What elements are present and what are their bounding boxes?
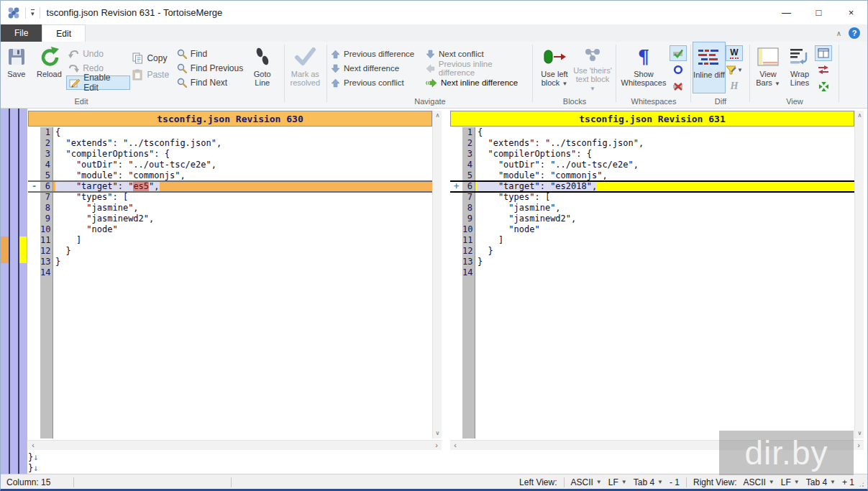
next-inline-difference-button[interactable]: Next inline difference xyxy=(424,75,531,90)
left-horizontal-scrollbar[interactable]: ‹ › xyxy=(28,440,442,450)
right-code-line-8[interactable]: 8 "jasmine", xyxy=(450,203,854,214)
right-code-line-7[interactable]: 7 "types": [ xyxy=(450,192,854,203)
scroll-down-icon[interactable]: ∨ xyxy=(855,428,864,439)
scroll-down-icon[interactable]: ∨ xyxy=(433,428,442,439)
scroll-left-icon[interactable]: ‹ xyxy=(28,441,38,451)
locator-removed-block[interactable] xyxy=(1,237,9,263)
goto-line-button[interactable]: Goto Line xyxy=(246,42,279,93)
right-code-line-9[interactable]: 9 "jasminewd2", xyxy=(450,214,854,224)
left-view-eol[interactable]: LF▼ xyxy=(608,477,627,487)
find-button[interactable]: Find xyxy=(175,47,246,61)
next-conflict-button[interactable]: Next conflict xyxy=(424,47,531,61)
use-left-block-button[interactable]: Use left block ▼ xyxy=(536,42,572,93)
tab-edit[interactable]: Edit xyxy=(42,24,86,42)
left-code-line-13[interactable]: 13} xyxy=(28,257,432,267)
right-code-line-13[interactable]: 13} xyxy=(450,257,854,267)
tab-file[interactable]: File xyxy=(1,24,42,42)
enable-edit-button[interactable]: Enable Edit xyxy=(66,75,130,90)
left-code-line-12[interactable]: 12 } xyxy=(28,246,432,257)
scroll-right-icon[interactable]: › xyxy=(431,441,442,451)
line-number: 4 xyxy=(462,160,475,170)
left-view-encoding[interactable]: ASCII▼ xyxy=(571,477,602,487)
use-theirs-text-block-button[interactable]: Use 'theirs' text block ▼ xyxy=(572,42,613,93)
scroll-up-icon[interactable]: ∧ xyxy=(855,111,864,121)
wrap-lines-button[interactable]: Wrap Lines xyxy=(785,42,815,93)
compare-whitespaces-button[interactable] xyxy=(670,45,687,61)
quick-access-dropdown-icon[interactable]: ▾ xyxy=(31,9,35,17)
right-view-tab-mode[interactable]: Tab 4▼ xyxy=(806,477,836,487)
view-bars-button[interactable]: View Bars ▼ xyxy=(751,42,785,93)
previous-inline-difference-button[interactable]: Previous inline difference xyxy=(424,61,531,75)
save-button[interactable]: Save xyxy=(1,42,32,93)
left-code-line-5[interactable]: 5 "module": "commonjs", xyxy=(28,170,432,181)
collapse-ribbon-icon[interactable]: ∧ xyxy=(836,29,841,37)
group-label-blocks: Blocks xyxy=(534,97,615,106)
previous-difference-button[interactable]: Previous difference xyxy=(329,47,424,61)
right-code-line-11[interactable]: 11 ] xyxy=(450,235,854,246)
left-view-tab-mode[interactable]: Tab 4▼ xyxy=(634,477,663,487)
regex-filter-button[interactable]: ▼ xyxy=(726,62,743,78)
right-code-line-4[interactable]: 4 "outDir": "../out-tsc/e2e", xyxy=(450,160,854,170)
right-code-line-14[interactable]: 14 xyxy=(450,267,854,278)
copy-button[interactable]: Copy xyxy=(130,50,174,66)
ignore-whitespace-changes-button[interactable] xyxy=(670,62,687,78)
word-diff-button[interactable]: W xyxy=(726,45,743,61)
inline-diff-button[interactable]: Inline diff xyxy=(693,42,726,93)
close-button[interactable]: × xyxy=(835,1,867,24)
right-view-eol[interactable]: LF▼ xyxy=(781,477,800,487)
left-code-line-1[interactable]: 1{ xyxy=(28,127,432,138)
right-vertical-scrollbar[interactable]: ∧ ∨ xyxy=(854,111,864,439)
locator-added-block[interactable] xyxy=(19,237,27,263)
left-code-line-3[interactable]: 3 "compilerOptions": { xyxy=(28,149,432,160)
right-code-line-12[interactable]: 12 } xyxy=(450,246,854,257)
right-code-line-5[interactable]: 5 "module": "commonjs", xyxy=(450,170,854,181)
line-number: 9 xyxy=(40,214,53,224)
scroll-up-icon[interactable]: ∧ xyxy=(433,111,442,121)
maximize-button[interactable]: □ xyxy=(803,1,835,24)
find-next-button[interactable]: Find Next xyxy=(175,75,246,90)
previous-conflict-button[interactable]: Previous conflict xyxy=(329,75,424,90)
arrow-right-green-icon xyxy=(426,78,437,88)
left-code-line-2[interactable]: 2 "extends": "../tsconfig.json", xyxy=(28,138,432,149)
left-code-line-8[interactable]: 8 "jasmine", xyxy=(28,203,432,214)
mark-as-resolved-button[interactable]: Mark as resolved xyxy=(285,42,326,93)
left-code-line-14[interactable]: 14 xyxy=(28,267,432,278)
scroll-left-icon[interactable]: ‹ xyxy=(450,441,460,451)
left-code-line-4[interactable]: 4 "outDir": "../out-tsc/e2e", xyxy=(28,160,432,170)
help-icon[interactable]: ? xyxy=(849,27,860,39)
left-code-line-7[interactable]: 7 "types": [ xyxy=(28,192,432,203)
save-icon xyxy=(7,45,26,68)
use-theirs-block-icon xyxy=(583,45,603,65)
right-code-line-3[interactable]: 3 "compilerOptions": { xyxy=(450,149,854,160)
left-vertical-scrollbar[interactable]: ∧ ∨ xyxy=(432,111,442,439)
diff-locator-bar[interactable] xyxy=(1,109,27,474)
show-whitespaces-button[interactable]: ¶ Show Whitespaces xyxy=(618,42,670,93)
left-code-line-6[interactable]: -6 "target": "es5", xyxy=(28,181,432,192)
scroll-right-icon[interactable]: › xyxy=(854,441,864,451)
reload-button[interactable]: Reload xyxy=(32,42,67,93)
right-code-area[interactable]: 1{2 "extends": "../tsconfig.json",3 "com… xyxy=(450,127,854,439)
diff-marker xyxy=(28,149,40,160)
next-difference-button[interactable]: Next difference xyxy=(329,61,424,75)
minimize-button[interactable]: — xyxy=(770,1,803,24)
right-code-line-6[interactable]: +6 "target": "es2018", xyxy=(450,181,854,192)
right-code-line-2[interactable]: 2 "extends": "../tsconfig.json", xyxy=(450,138,854,149)
undo-button[interactable]: Undo xyxy=(66,47,130,61)
left-code-line-10[interactable]: 10 "node" xyxy=(28,224,432,235)
right-code-line-10[interactable]: 10 "node" xyxy=(450,224,854,235)
right-view-encoding[interactable]: ASCII▼ xyxy=(744,477,775,487)
diff-marker xyxy=(28,203,40,214)
swap-arrows-icon xyxy=(818,65,829,74)
paste-button[interactable]: Paste xyxy=(130,66,174,83)
left-code-area[interactable]: 1{2 "extends": "../tsconfig.json",3 "com… xyxy=(28,127,432,439)
ignore-all-whitespaces-button[interactable] xyxy=(670,78,687,94)
left-code-line-9[interactable]: 9 "jasminewd2", xyxy=(28,214,432,224)
reload-icon xyxy=(38,45,60,68)
ignore-case-button[interactable]: H xyxy=(726,78,743,94)
right-code-line-1[interactable]: 1{ xyxy=(450,127,854,138)
find-previous-button[interactable]: Find Previous xyxy=(175,61,246,75)
split-view-button[interactable] xyxy=(815,45,832,61)
switch-views-button[interactable] xyxy=(815,62,832,78)
left-code-line-11[interactable]: 11 ] xyxy=(28,235,432,246)
collapse-blocks-button[interactable] xyxy=(815,78,832,94)
